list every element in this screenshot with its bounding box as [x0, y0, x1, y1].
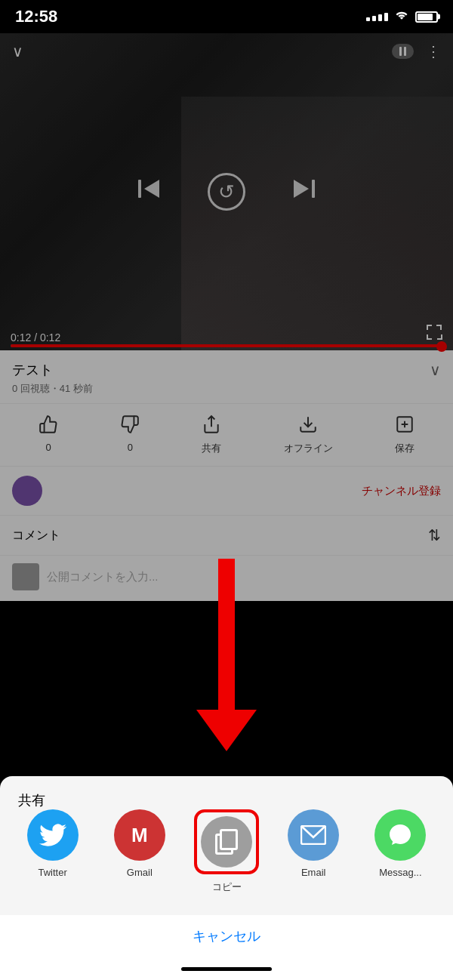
dislike-count: 0: [128, 442, 133, 453]
video-details: テスト 0 回視聴・41 秒前 ∨ 0 0: [0, 350, 453, 601]
download-icon: [298, 414, 318, 439]
channel-row: チャンネル登録: [0, 467, 453, 516]
thumbs-down-icon: [120, 414, 140, 439]
sort-icon[interactable]: ⇅: [428, 526, 441, 544]
comment-placeholder[interactable]: 公開コメントを入力...: [47, 570, 159, 584]
share-app-message[interactable]: Messag...: [357, 809, 444, 894]
skip-next-icon[interactable]: [291, 175, 318, 209]
playback-controls: ↺: [135, 173, 318, 211]
share-app-gmail[interactable]: M Gmail: [96, 809, 183, 894]
wifi-icon: [394, 9, 409, 24]
video-info-row: テスト 0 回視聴・41 秒前 ∨: [0, 350, 453, 404]
save-icon: [395, 414, 414, 439]
home-indicator: [181, 967, 272, 971]
save-label: 保存: [395, 442, 414, 455]
email-label: Email: [301, 867, 326, 878]
progress-fill: [11, 344, 442, 347]
video-player[interactable]: ∨ ⋮ ↺ 0:12 / 0:12: [0, 33, 453, 350]
svg-marker-3: [294, 180, 309, 198]
like-count: 0: [45, 442, 51, 453]
like-button[interactable]: 0: [39, 414, 58, 455]
offline-button[interactable]: オフライン: [284, 414, 333, 455]
status-time: 12:58: [15, 7, 57, 26]
message-icon: [374, 809, 426, 861]
share-sheet: 共有 Twitter M Gmail: [0, 776, 453, 980]
status-icons: [366, 9, 438, 24]
share-icon: [202, 414, 221, 439]
share-app-twitter[interactable]: Twitter: [9, 809, 96, 894]
expand-icon[interactable]: ∨: [430, 361, 441, 379]
copy-icon-inner: [215, 829, 238, 855]
pause-button[interactable]: [392, 44, 414, 59]
video-top-bar: ∨ ⋮: [0, 33, 453, 69]
email-icon: [288, 809, 339, 861]
message-label: Messag...: [379, 867, 421, 878]
share-app-copy[interactable]: コピー: [183, 809, 270, 894]
user-avatar: [12, 563, 39, 590]
video-progress-area[interactable]: 0:12 / 0:12: [0, 325, 453, 350]
signal-icon: [366, 13, 388, 21]
svg-rect-0: [138, 180, 141, 198]
share-button[interactable]: 共有: [202, 414, 221, 455]
status-bar: 12:58: [0, 0, 453, 33]
action-bar: 0 0 共有: [0, 404, 453, 467]
save-button[interactable]: 保存: [395, 414, 414, 455]
replay-icon[interactable]: ↺: [208, 173, 245, 211]
copy-icon: [201, 816, 252, 868]
subscribe-button[interactable]: チャンネル登録: [362, 484, 441, 498]
chevron-down-icon[interactable]: ∨: [12, 42, 23, 60]
battery-icon: [415, 11, 438, 23]
gmail-icon: M: [114, 809, 165, 861]
channel-avatar[interactable]: [12, 476, 42, 506]
skip-previous-icon[interactable]: [135, 175, 162, 209]
progress-bar[interactable]: [11, 344, 442, 347]
share-label: 共有: [202, 442, 221, 455]
video-meta: 0 回視聴・41 秒前: [12, 382, 93, 396]
fullscreen-icon[interactable]: [426, 324, 442, 344]
gmail-label: Gmail: [127, 867, 153, 878]
cancel-bar[interactable]: キャンセル: [0, 915, 453, 957]
offline-label: オフライン: [284, 442, 333, 455]
comments-label: コメント: [12, 528, 60, 544]
svg-rect-2: [312, 180, 315, 198]
comments-header: コメント ⇅: [0, 516, 453, 556]
dislike-button[interactable]: 0: [120, 414, 140, 455]
arrow-head: [196, 710, 257, 751]
cancel-button[interactable]: キャンセル: [193, 929, 260, 944]
share-apps-row: Twitter M Gmail コピー: [0, 809, 453, 909]
share-app-email[interactable]: Email: [270, 809, 357, 894]
svg-marker-1: [144, 180, 159, 198]
more-options-icon[interactable]: ⋮: [426, 42, 441, 60]
copy-highlight-box: [194, 809, 259, 874]
twitter-icon: [27, 809, 79, 861]
video-title: テスト: [12, 361, 93, 379]
home-bar: [0, 957, 453, 980]
copy-label: コピー: [212, 880, 242, 894]
comment-input-row: 公開コメントを入力...: [0, 556, 453, 601]
twitter-label: Twitter: [38, 867, 66, 878]
video-time: 0:12 / 0:12: [11, 331, 60, 344]
thumbs-up-icon: [39, 414, 58, 439]
